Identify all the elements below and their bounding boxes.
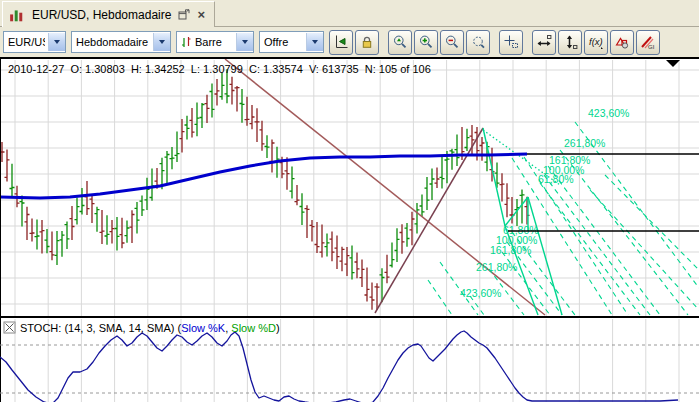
crosshair-button[interactable] bbox=[499, 30, 523, 55]
close-icon[interactable]: × bbox=[197, 10, 205, 20]
ohlc-info-line: 2010-12-27 O: 1.30803 H: 1.34252 L: 1.30… bbox=[8, 63, 431, 75]
fib-expansion-upper-label: 423,60% bbox=[588, 107, 629, 119]
crosshair-icon bbox=[503, 34, 519, 50]
zoom-area-button[interactable] bbox=[466, 30, 490, 55]
v-arrows-icon bbox=[562, 34, 578, 50]
indicator-window-button[interactable] bbox=[610, 30, 634, 55]
fib-expansion-upper-label: 261,80% bbox=[564, 137, 605, 149]
chart-type-select[interactable]: Barre bbox=[176, 31, 254, 53]
period-select[interactable]: Hebdomadaire bbox=[71, 31, 171, 53]
zoom-in-button[interactable] bbox=[414, 30, 438, 55]
period-select-value: Hebdomadaire bbox=[76, 36, 150, 48]
bar-type-icon bbox=[181, 36, 192, 49]
chart-type-select-value: Barre bbox=[195, 36, 233, 48]
chevron-down-icon[interactable] bbox=[153, 33, 170, 51]
zoom-pointer-icon bbox=[392, 34, 408, 50]
stoch-indicator-label: STOCH: (14, 3, SMA, 14, SMA) (Slow %K, S… bbox=[20, 322, 280, 334]
fib-expansion-upper-label: 61,80% bbox=[538, 173, 574, 185]
symbol-select[interactable]: EUR/USD bbox=[3, 31, 66, 53]
indicator-window-icon bbox=[614, 34, 630, 50]
lock-button[interactable] bbox=[355, 30, 379, 55]
zoom-pointer-button[interactable] bbox=[388, 30, 412, 55]
price-side-select-value: Offre bbox=[264, 36, 303, 48]
h-arrows-icon bbox=[536, 34, 552, 50]
axis-scale-icon bbox=[333, 34, 349, 50]
expand-horizontal-button[interactable] bbox=[532, 30, 556, 55]
tab-title: EUR/USD, Hebdomadaire bbox=[32, 8, 171, 22]
fib-expansion-lower-label: 161,80% bbox=[490, 244, 531, 256]
chevron-down-icon[interactable] bbox=[306, 33, 323, 51]
price-side-select[interactable]: Offre bbox=[259, 31, 324, 53]
svg-text:f(x): f(x) bbox=[589, 36, 603, 47]
fib-expansion-lower-label: 423,60% bbox=[460, 287, 501, 299]
svg-text:GI: GI bbox=[648, 44, 655, 50]
lock-icon bbox=[359, 34, 375, 50]
chart-canvas[interactable]: 423,60%261,80%161,80%100,00%61,80%61,80%… bbox=[0, 59, 699, 402]
toolbar: EUR/USD Hebdomadaire Barre Offre bbox=[0, 27, 699, 59]
tab-bar: EUR/USD, Hebdomadaire × bbox=[0, 0, 699, 27]
restore-window-icon[interactable] bbox=[178, 9, 190, 20]
zoom-in-icon bbox=[418, 34, 434, 50]
mini-chart-icon bbox=[9, 7, 25, 23]
fx-icon: f(x) bbox=[588, 34, 604, 50]
zoom-out-button[interactable] bbox=[440, 30, 464, 55]
expand-vertical-button[interactable] bbox=[558, 30, 582, 55]
draw-tools-button[interactable]: GI bbox=[636, 30, 660, 55]
chevron-down-icon[interactable] bbox=[236, 33, 253, 51]
symbol-select-value: EUR/USD bbox=[8, 36, 45, 48]
axis-scale-button[interactable] bbox=[329, 30, 353, 55]
draw-pen-icon: GI bbox=[640, 34, 656, 50]
zoom-out-icon bbox=[444, 34, 460, 50]
fib-expansion-lower-label: 261,80% bbox=[476, 261, 517, 273]
chart-window: EUR/USD, Hebdomadaire × EUR/USD Hebdomad… bbox=[0, 0, 699, 402]
zoom-area-icon bbox=[470, 34, 486, 50]
tab-eurusd-weekly[interactable]: EUR/USD, Hebdomadaire × bbox=[2, 1, 215, 27]
functions-button[interactable]: f(x) bbox=[584, 30, 608, 55]
chevron-down-icon[interactable] bbox=[48, 33, 65, 51]
